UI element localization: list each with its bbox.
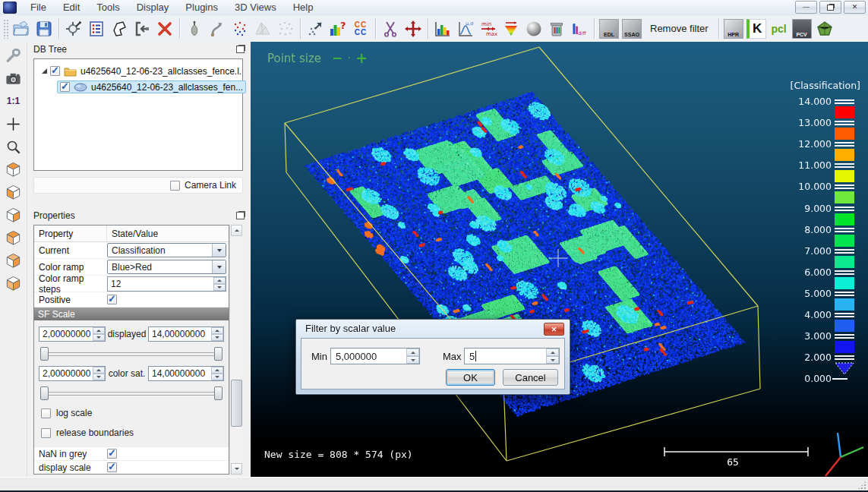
nan-in-grey-checkbox[interactable] [107,449,117,459]
dropdown-arrow-icon[interactable] [212,260,226,273]
remove-filter-button[interactable]: Remove filter [643,23,715,34]
spin-down-icon[interactable] [211,334,223,341]
menu-3d-views[interactable]: 3D Views [226,0,285,14]
hpr-plugin-button[interactable]: HPR [722,17,745,40]
compute-normals-button[interactable] [304,17,327,40]
poisson-plugin-button[interactable] [813,17,836,40]
tree-item-label[interactable]: u4625640_12-06-23_allclasses_fence.l... [80,66,242,77]
spin-down-icon[interactable] [211,374,223,380]
saturation-range-slider[interactable] [40,386,223,400]
menu-tools[interactable]: Tools [88,0,128,14]
slider-handle-min[interactable] [40,347,49,361]
slider-handle-max[interactable] [214,386,223,400]
ok-button[interactable]: OK [446,369,495,386]
tree-item-cloud[interactable]: u4625640_12-06-23_allclasses_fen... [57,80,242,94]
point-picking-button[interactable] [183,17,206,40]
point-size-increase-button[interactable]: + [355,51,368,65]
delete-button[interactable] [153,17,176,40]
saturation-max-spinbox[interactable]: 14,00000000 [148,366,224,381]
menu-plugins[interactable]: Plugins [177,0,226,14]
ssao-shader-button[interactable]: SSAO [620,17,643,40]
release-boundaries-checkbox[interactable] [41,428,51,438]
menu-display[interactable]: Display [128,0,178,14]
view-left-button[interactable] [2,203,25,226]
scroll-down-icon[interactable] [231,463,242,475]
point-pair-align-button[interactable] [229,17,251,40]
displayed-range-slider[interactable] [40,347,223,361]
visibility-checkbox[interactable] [50,66,60,76]
log-scale-checkbox[interactable] [41,408,51,418]
3d-viewport[interactable]: Point size − · + [Classification] 14.000… [251,42,868,477]
resize-grip[interactable] [857,481,866,490]
spin-up-icon[interactable] [93,327,105,334]
saturation-min-spinbox[interactable]: 2,00000000 [39,366,106,381]
view-right-button[interactable] [2,249,25,272]
gaussian-filter-button[interactable]: μ,σ [454,17,477,40]
pcl-plugin-button[interactable]: pcl [768,17,791,40]
sf-convert-minmax-button[interactable]: minmax [477,17,500,40]
point-size-decrease-button[interactable]: − [332,52,342,65]
spin-up-icon[interactable] [211,327,223,334]
slider-handle-max[interactable] [214,347,223,361]
spin-down-icon[interactable] [213,284,226,291]
screenshot-button[interactable] [2,67,25,90]
spin-down-icon[interactable] [93,334,105,341]
translate-rotate-button[interactable] [402,17,425,40]
min-value-spinbox[interactable]: 5,000000 [330,348,420,364]
toolbar-drag-handle[interactable] [3,19,8,39]
spin-down-icon[interactable] [546,356,559,364]
open-button[interactable] [10,17,33,40]
kinect-plugin-button[interactable]: K [745,17,768,40]
close-button[interactable]: ✕ [844,1,866,14]
menu-file[interactable]: File [22,0,55,14]
spin-up-icon[interactable] [406,348,419,356]
float-panel-icon[interactable] [236,212,245,219]
pick-rotation-center-button[interactable] [62,17,85,40]
spin-up-icon[interactable] [213,277,226,284]
minimize-button[interactable]: — [795,1,817,14]
clone-button[interactable] [206,17,229,40]
tree-item-label[interactable]: u4625640_12-06-23_allclasses_fen... [91,82,243,93]
view-bottom-button[interactable] [2,272,25,295]
color-ramp-combobox[interactable]: Blue>Red [107,260,226,274]
tools-wrench-button[interactable] [2,44,25,67]
filter-by-value-button[interactable] [500,17,522,40]
sf-difference-button[interactable]: diff [568,17,591,40]
pcv-plugin-button[interactable]: PCV [791,17,813,40]
center-view-button[interactable] [2,112,25,135]
view-back-button[interactable] [2,226,25,249]
compute-histogram-button[interactable]: ? [327,17,349,40]
visibility-checkbox[interactable] [60,82,70,92]
scroll-up-icon[interactable] [231,225,242,236]
view-top-button[interactable] [2,158,25,181]
scrollbar-thumb[interactable] [231,380,242,427]
expand-arrow-icon[interactable] [42,68,47,74]
cancel-button[interactable]: Cancel [503,369,558,386]
cross-section-button[interactable] [379,17,402,40]
zoom-button[interactable] [2,135,25,158]
spin-down-icon[interactable] [406,356,419,364]
show-histogram-button[interactable] [431,17,454,40]
segment-button[interactable] [108,17,131,40]
display-scale-checkbox[interactable] [107,462,117,472]
tree-item-root[interactable]: u4625640_12-06-23_allclasses_fence.l... [34,64,242,78]
camera-link-checkbox[interactable] [170,181,180,191]
positive-checkbox[interactable] [107,295,117,304]
steps-spinbox[interactable]: 12 [107,276,226,292]
cloud-cloud-compare-button[interactable]: CCCC [349,17,372,40]
max-value-spinbox[interactable]: 5 [464,348,560,364]
zoom-1-1-button[interactable]: 1:1 [2,90,25,112]
edl-shader-button[interactable]: EDL [598,17,620,40]
menu-edit[interactable]: Edit [55,0,88,14]
dropdown-arrow-icon[interactable] [212,244,226,257]
view-front-button[interactable] [2,181,25,203]
spin-up-icon[interactable] [93,367,105,374]
spin-down-icon[interactable] [93,374,105,380]
save-button[interactable] [33,17,55,40]
spin-up-icon[interactable] [211,367,223,374]
displayed-max-spinbox[interactable]: 14,00000000 [148,326,224,342]
restore-button[interactable] [819,1,841,14]
current-sf-combobox[interactable]: Classification [107,243,226,257]
delete-scalar-field-button[interactable] [545,17,568,40]
sphere-render-button[interactable] [522,17,545,40]
